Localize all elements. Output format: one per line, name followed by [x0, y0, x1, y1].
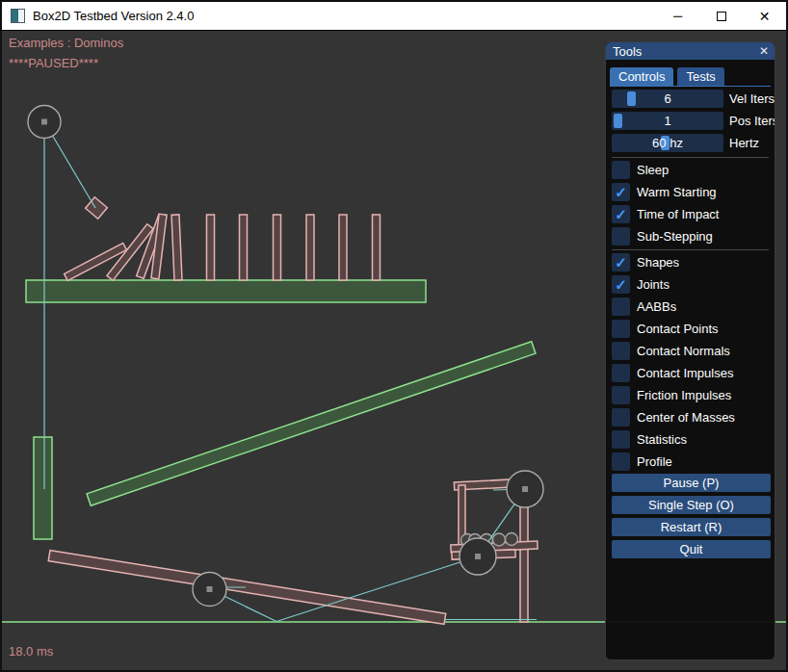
- window-title: Box2D Testbed Version 2.4.0: [33, 9, 194, 23]
- slider-label: Vel Iters: [729, 90, 775, 108]
- checkbox-box[interactable]: [612, 430, 630, 449]
- example-title: Examples : Dominos: [9, 36, 123, 50]
- slider-label: Hertz: [729, 134, 759, 152]
- separator: [612, 157, 769, 158]
- standing-domino[interactable]: [207, 215, 215, 280]
- slider-track[interactable]: 60 hz: [612, 134, 723, 152]
- quit-button[interactable]: Quit: [612, 540, 771, 558]
- checkbox-aabbs[interactable]: AABBs: [612, 297, 676, 316]
- checkbox-warm-starting[interactable]: ✓ Warm Starting: [612, 183, 717, 201]
- checkbox-box[interactable]: [612, 297, 630, 316]
- checkbox-box[interactable]: [612, 342, 630, 360]
- checkbox-box[interactable]: ✓: [612, 253, 630, 271]
- checkbox-box[interactable]: [612, 452, 630, 471]
- domino-platform: [26, 280, 426, 302]
- tools-panel-titlebar[interactable]: Tools ✕: [606, 42, 775, 60]
- main-content: Examples : Dominos ****PAUSED**** 18.0 m…: [2, 32, 786, 670]
- vertical-plank: [34, 437, 52, 539]
- checkbox-shapes[interactable]: ✓ Shapes: [612, 253, 679, 271]
- checkbox-box[interactable]: [612, 364, 630, 382]
- anchor-point: [207, 586, 213, 592]
- checkbox-statistics[interactable]: Statistics: [612, 430, 687, 449]
- single-step-button[interactable]: Single Step (O): [612, 496, 771, 514]
- slider-label: Pos Iters: [729, 112, 775, 130]
- slider-track[interactable]: 1: [612, 112, 723, 130]
- tabbar: Controls Tests: [610, 67, 771, 86]
- slider-track[interactable]: 6: [612, 90, 723, 108]
- checkbox-box[interactable]: ✓: [612, 205, 630, 223]
- checkbox-box[interactable]: [612, 320, 630, 338]
- seesaw-plank[interactable]: [48, 551, 446, 625]
- anchor-point: [475, 554, 481, 559]
- checkbox-box[interactable]: [612, 386, 630, 404]
- standing-domino[interactable]: [240, 215, 248, 280]
- close-icon: ✕: [759, 9, 771, 24]
- maximize-icon: [717, 12, 726, 21]
- standing-domino[interactable]: [339, 215, 347, 280]
- checkbox-time-of-impact[interactable]: ✓ Time of Impact: [612, 205, 719, 223]
- checkbox-center-of-masses[interactable]: Center of Masses: [612, 408, 735, 426]
- checkbox-joints[interactable]: ✓ Joints: [612, 275, 670, 294]
- checkbox-contact-impulses[interactable]: Contact Impulses: [612, 364, 733, 382]
- standing-domino[interactable]: [373, 215, 381, 280]
- restart-button[interactable]: Restart (R): [612, 518, 771, 536]
- pendulum-box[interactable]: [86, 197, 108, 219]
- tools-panel-close-icon[interactable]: ✕: [759, 44, 769, 58]
- frame-time: 18.0 ms: [9, 644, 53, 659]
- tab-tests[interactable]: Tests: [677, 67, 723, 86]
- checkbox-box[interactable]: ✓: [612, 183, 630, 201]
- tools-panel: Tools ✕ Controls Tests 6 Vel Iters 1: [605, 41, 775, 660]
- vel-iters-slider[interactable]: 6 Vel Iters: [612, 90, 771, 108]
- pos-iters-slider[interactable]: 1 Pos Iters: [612, 112, 771, 130]
- separator: [612, 249, 769, 250]
- window-caption-buttons: ─ ✕: [656, 2, 786, 30]
- checkbox-box[interactable]: [612, 161, 630, 179]
- standing-domino[interactable]: [306, 215, 314, 280]
- checkbox-sleep[interactable]: Sleep: [612, 161, 669, 179]
- window-titlebar[interactable]: Box2D Testbed Version 2.4.0 ─ ✕: [2, 2, 786, 31]
- tab-controls[interactable]: Controls: [610, 67, 673, 86]
- checkbox-sub-stepping[interactable]: Sub-Stepping: [612, 227, 713, 246]
- checkbox-friction-impulses[interactable]: Friction Impulses: [612, 386, 731, 404]
- checkbox-box[interactable]: [612, 227, 630, 246]
- maximize-button[interactable]: [699, 2, 743, 30]
- paused-status: ****PAUSED****: [9, 56, 98, 70]
- ball[interactable]: [506, 533, 518, 546]
- standing-domino[interactable]: [274, 215, 281, 280]
- app-icon: [11, 9, 25, 23]
- standing-domino[interactable]: [171, 215, 182, 280]
- checkbox-profile[interactable]: Profile: [612, 452, 672, 471]
- minimize-icon: ─: [673, 9, 682, 23]
- anchor-point: [41, 119, 47, 125]
- hertz-slider[interactable]: 60 hz Hertz: [612, 134, 771, 152]
- checkbox-box[interactable]: ✓: [612, 275, 630, 294]
- checkbox-contact-normals[interactable]: Contact Normals: [612, 342, 730, 360]
- ball[interactable]: [493, 533, 506, 546]
- anchor-point: [522, 486, 528, 492]
- minimize-button[interactable]: ─: [656, 2, 699, 30]
- checkbox-contact-points[interactable]: Contact Points: [612, 320, 719, 338]
- tab-underline: [610, 86, 771, 87]
- tools-panel-title: Tools: [613, 44, 642, 59]
- close-button[interactable]: ✕: [743, 2, 786, 30]
- pause-button[interactable]: Pause (P): [612, 474, 771, 492]
- app-window: Box2D Testbed Version 2.4.0 ─ ✕: [0, 0, 788, 672]
- checkbox-box[interactable]: [612, 408, 630, 426]
